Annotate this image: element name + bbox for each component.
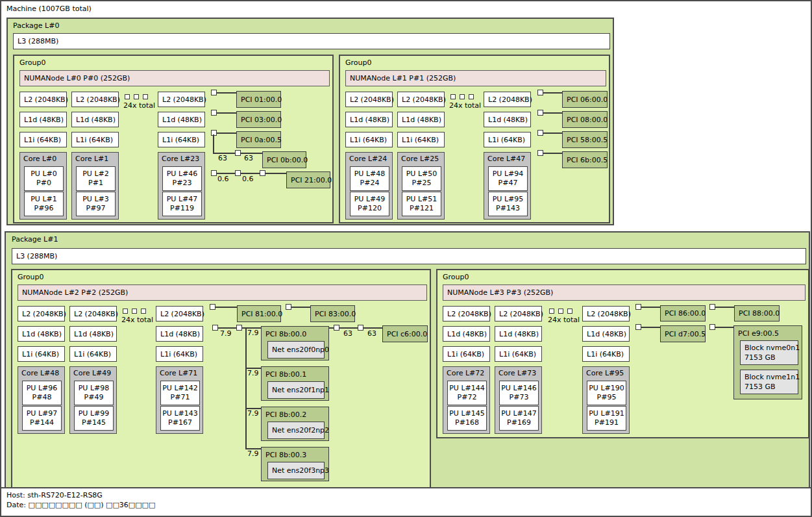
pci-device-label: PCI 8b:00.3 [262, 448, 328, 459]
link-line [217, 112, 236, 114]
link-anchor [709, 304, 715, 310]
legend: Host: sth-RS720-E12-RS8G Date: □□□□□□□□ … [1, 487, 811, 516]
core-box: Core L#48 PU L#96P#48 PU L#97P#144 [18, 366, 65, 434]
ellipsis-dot [549, 309, 554, 314]
link-speed-label: 0.6 [242, 175, 254, 183]
pci-device-label: PCI e9:00.5 [734, 326, 802, 338]
link-anchor [537, 130, 543, 136]
pu-logical: PU L#142 [162, 384, 198, 393]
pu-physical: P#96 [34, 204, 54, 213]
l1i-cache-box: L1i (64KB) [397, 132, 445, 147]
group-box: Group0 NUMANode L#3 P#3 (252GB) L2 (2048… [436, 269, 809, 438]
pu-physical: P#97 [86, 204, 106, 213]
pu-physical: P#0 [36, 179, 51, 188]
ellipsis-label: 24x total [123, 101, 155, 110]
link-line [715, 307, 734, 308]
link-anchor [709, 324, 715, 330]
pu-logical: PU L#97 [27, 409, 58, 418]
pu-box: PU L#47P#119 [162, 192, 202, 216]
pu-logical: PU L#146 [501, 384, 537, 393]
pu-logical: PU L#99 [79, 409, 110, 418]
group-label: Group0 [443, 273, 469, 281]
pu-logical: PU L#51 [406, 195, 437, 204]
ellipsis-label: 24x total [449, 101, 481, 110]
pu-physical: P#95 [597, 393, 617, 402]
package-1-box: Package L#1 L3 (288MB) Group0 NUMANode L… [5, 231, 810, 492]
pci-device-box: PCI 6b:00.5 [562, 151, 608, 168]
core-label: Core L#73 [495, 367, 541, 377]
link-speed-label: 7.9 [247, 369, 259, 377]
l1i-cache-box: L1i (64KB) [71, 132, 119, 147]
l2-cache-box: L2 (2048KB) [484, 92, 531, 107]
pu-logical: PU L#3 [82, 195, 109, 204]
pu-box: PU L#191P#191 [587, 406, 626, 431]
pu-physical: P#25 [412, 179, 432, 188]
pci-device-box: PCI 81:00.0 [237, 305, 281, 322]
core-box: Core L#71 PU L#142P#71 PU L#143P#167 [156, 366, 203, 434]
core-label: Core L#23 [158, 153, 204, 163]
link-line [213, 134, 214, 154]
link-line [245, 327, 247, 449]
pu-physical: P#48 [32, 393, 52, 402]
link-anchor [537, 110, 543, 116]
core-label: Core L#71 [156, 367, 203, 377]
legend-date: Date: □□□□□□□□ (□□) □□36□□□□ [6, 500, 811, 510]
core-box: Core L#49 PU L#98P#49 PU L#99P#145 [69, 366, 117, 434]
pu-logical: PU L#50 [406, 170, 437, 179]
pu-box: PU L#2P#1 [76, 166, 116, 191]
pci-device-box: PCI c6:00.0 [382, 325, 428, 342]
ellipsis-dot [141, 309, 146, 314]
core-label: Core L#47 [484, 153, 530, 163]
core-box: Core L#47 PU L#94P#47 PU L#95P#143 [484, 152, 531, 220]
l1i-cache-box: L1i (64KB) [484, 132, 531, 147]
pu-box: PU L#98P#49 [74, 381, 114, 405]
link-speed-label: 0.6 [217, 175, 229, 183]
ellipsis-dot [469, 94, 474, 99]
group-box: Group0 NUMANode L#1 P#1 (252GB) L2 (2048… [339, 55, 610, 223]
l2-cache-box: L2 (2048KB) [495, 306, 542, 322]
pu-physical: P#119 [170, 204, 194, 213]
l1d-cache-box: L1d (48KB) [156, 326, 203, 342]
l2-cache-box: L2 (2048KB) [582, 306, 630, 322]
pu-logical: PU L#0 [31, 170, 57, 179]
pci-device-box: PCI 8b:00.2 Net ens20f2np2 [261, 407, 329, 441]
pci-device-box: PCI 58:00.5 [562, 131, 608, 148]
pci-device-box: PCI 08:00.0 [562, 111, 608, 128]
pu-logical: PU L#98 [79, 384, 110, 393]
link-anchor [286, 304, 291, 310]
pu-physical: P#23 [173, 179, 192, 188]
pu-box: PU L#3P#97 [76, 192, 116, 216]
l2-cache-box: L2 (2048KB) [397, 92, 445, 107]
core-box: Core L#0 PU L#0P#0 PU L#1P#96 [19, 152, 67, 220]
pu-box: PU L#0P#0 [24, 166, 64, 191]
l2-cache-box: L2 (2048KB) [69, 306, 117, 322]
l1d-cache-box: L1d (48KB) [582, 326, 630, 342]
l2-cache-box: L2 (2048KB) [156, 306, 203, 322]
link-speed-label: 63 [244, 154, 253, 162]
pci-device-box: PCI 0a:00.5 [236, 131, 281, 148]
group-label: Group0 [19, 58, 46, 67]
pu-box: PU L#97P#144 [22, 406, 62, 431]
l1d-cache-box: L1d (48KB) [484, 112, 531, 127]
pci-device-box: PCI 8b:00.3 Net ens20f3np3 [261, 447, 329, 481]
ellipsis-dot [125, 94, 130, 99]
l2-cache-box: L2 (2048KB) [71, 92, 119, 107]
pu-logical: PU L#46 [167, 170, 198, 179]
pu-box: PU L#96P#48 [22, 381, 62, 405]
core-box: Core L#95 PU L#190P#95 PU L#191P#191 [582, 366, 630, 434]
link-anchor [635, 324, 641, 330]
pu-physical: P#144 [30, 418, 54, 427]
ellipsis-label: 24x total [548, 316, 580, 324]
link-anchor [235, 170, 241, 176]
link-speed-label: 7.9 [247, 409, 259, 418]
l1i-cache-box: L1i (64KB) [69, 346, 117, 362]
pu-box: PU L#143P#167 [160, 406, 200, 431]
pu-physical: P#191 [595, 418, 619, 427]
pu-physical: P#1 [88, 179, 103, 188]
link-speed-label: 63 [218, 154, 227, 162]
l1i-cache-box: L1i (64KB) [18, 346, 65, 362]
pci-device-box: PCI 88:00.0 [734, 305, 780, 322]
l1i-cache-box: L1i (64KB) [582, 346, 630, 362]
pu-box: PU L#147P#169 [499, 406, 539, 431]
l3-cache-box: L3 (288MB) [12, 248, 806, 264]
